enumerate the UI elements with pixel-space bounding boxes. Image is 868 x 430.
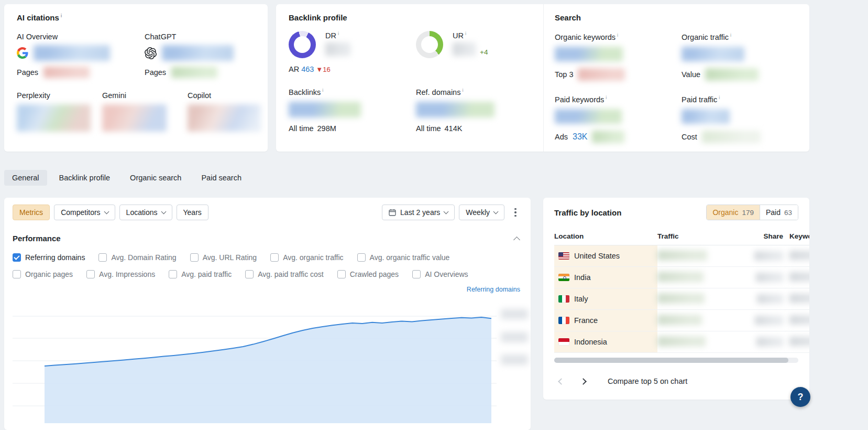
search-section: Search Organic keywordsi Top 3 Organic t… xyxy=(543,4,809,152)
metric-checkbox-row-2: Organic pages Avg. Impressions Avg. paid… xyxy=(13,270,522,278)
table-row[interactable]: Indonesia xyxy=(554,331,809,353)
checkbox-label: Avg. paid traffic xyxy=(181,270,232,278)
checkbox-label: Avg. paid traffic cost xyxy=(258,270,324,278)
paid-keywords-label: Paid keywords xyxy=(555,95,604,104)
compare-top5-link[interactable]: Compare top 5 on chart xyxy=(608,377,687,385)
table-row[interactable]: United States xyxy=(554,245,809,267)
ahrefs-rank-line: AR463▼16 xyxy=(289,65,416,73)
checkbox-organic-pages[interactable]: Organic pages xyxy=(13,270,73,278)
info-icon[interactable]: i xyxy=(462,88,463,93)
horizontal-scrollbar-thumb[interactable] xyxy=(554,358,788,363)
organic-traffic-block: Organic traffici Value xyxy=(682,33,798,81)
ads-value-link[interactable]: 33K xyxy=(573,132,587,142)
column-header-keywords[interactable]: Keywords xyxy=(783,232,809,240)
calendar-icon xyxy=(389,209,396,216)
blurred-value xyxy=(789,337,809,346)
tab-organic-search[interactable]: Organic search xyxy=(122,170,189,186)
info-icon[interactable]: i xyxy=(465,31,466,36)
ref-domains-metric-block: Ref. domainsi All time414K xyxy=(416,88,531,133)
paid-traffic-block: Paid traffici Cost xyxy=(682,95,798,143)
checkbox-avg-paid-traffic[interactable]: Avg. paid traffic xyxy=(169,270,232,278)
info-icon[interactable]: i xyxy=(617,33,618,38)
column-header-share[interactable]: Share xyxy=(723,232,783,240)
previous-page-button[interactable] xyxy=(554,374,568,388)
checkbox-box[interactable] xyxy=(13,253,21,262)
metric-checkbox-row-1: Referring domains Avg. Domain Rating Avg… xyxy=(13,253,522,262)
horizontal-scrollbar[interactable] xyxy=(554,358,798,363)
info-icon[interactable]: i xyxy=(719,95,720,100)
table-row[interactable]: Italy xyxy=(554,288,809,310)
checkbox-avg-organic-traffic[interactable]: Avg. organic traffic xyxy=(270,253,343,262)
checkbox-box[interactable] xyxy=(98,253,107,262)
locations-button[interactable]: Locations xyxy=(119,205,172,220)
backlinks-label: Backlinks xyxy=(289,88,321,96)
table-row[interactable]: France xyxy=(554,310,809,331)
blurred-value xyxy=(657,250,707,261)
checkbox-box[interactable] xyxy=(245,270,254,278)
years-button[interactable]: Years xyxy=(177,205,208,220)
info-icon[interactable]: i xyxy=(322,88,323,93)
granularity-button[interactable]: Weekly xyxy=(459,205,504,220)
checkbox-box[interactable] xyxy=(169,270,177,278)
info-icon[interactable]: i xyxy=(61,13,62,18)
checkbox-referring-domains[interactable]: Referring domains xyxy=(13,253,85,262)
series-legend: Referring domains xyxy=(13,286,522,293)
perplexity-block: Perplexity xyxy=(17,91,102,132)
info-icon[interactable]: i xyxy=(338,31,339,36)
paid-toggle-button[interactable]: Paid 63 xyxy=(760,205,798,220)
organic-keywords-label: Organic keywords xyxy=(555,33,616,41)
checkbox-box[interactable] xyxy=(357,253,366,262)
tab-general[interactable]: General xyxy=(4,170,47,186)
checkbox-box[interactable] xyxy=(412,270,421,278)
blurred-value xyxy=(705,68,759,81)
checkbox-avg-organic-traffic-value[interactable]: Avg. organic traffic value xyxy=(357,253,450,262)
performance-chart xyxy=(4,302,531,423)
dr-donut-chart xyxy=(289,31,316,58)
checkbox-box[interactable] xyxy=(270,253,279,262)
cost-label: Cost xyxy=(682,133,697,141)
checkbox-avg-impressions[interactable]: Avg. Impressions xyxy=(86,270,155,278)
checkbox-box[interactable] xyxy=(337,270,346,278)
italy-flag-icon xyxy=(558,295,569,303)
ar-value-link[interactable]: 463 xyxy=(301,65,314,73)
info-icon[interactable]: i xyxy=(606,95,607,100)
traffic-by-location-title: Traffic by location xyxy=(554,208,621,217)
checkbox-ai-overviews[interactable]: AI Overviews xyxy=(412,270,468,278)
table-row[interactable]: India xyxy=(554,267,809,288)
help-button[interactable]: ? xyxy=(790,387,810,407)
date-range-button[interactable]: Last 2 years xyxy=(382,205,455,220)
paid-toggle-label: Paid xyxy=(766,208,781,217)
checkbox-box[interactable] xyxy=(13,270,21,278)
checkbox-label: Avg. Domain Rating xyxy=(111,253,176,262)
blurred-value xyxy=(188,104,261,132)
backlinks-all-time: All time298M xyxy=(289,124,416,133)
column-header-location[interactable]: Location xyxy=(554,232,657,240)
metrics-button[interactable]: Metrics xyxy=(13,205,50,220)
competitors-button[interactable]: Competitors xyxy=(54,205,115,220)
checkbox-avg-domain-rating[interactable]: Avg. Domain Rating xyxy=(98,253,176,262)
indonesia-flag-icon xyxy=(558,338,569,346)
tab-paid-search[interactable]: Paid search xyxy=(193,170,249,186)
more-options-button[interactable] xyxy=(509,205,522,220)
ai-overview-label: AI Overview xyxy=(17,33,145,41)
referring-domains-series-link[interactable]: Referring domains xyxy=(467,286,520,293)
tab-backlink-profile[interactable]: Backlink profile xyxy=(51,170,118,186)
next-page-button[interactable] xyxy=(576,374,590,388)
ar-label: AR xyxy=(289,65,299,73)
collapse-section-button[interactable] xyxy=(513,236,520,243)
chevron-right-icon xyxy=(580,378,587,385)
checkbox-label: Crawled pages xyxy=(350,270,399,278)
checkbox-box[interactable] xyxy=(86,270,95,278)
checkbox-avg-paid-traffic-cost[interactable]: Avg. paid traffic cost xyxy=(245,270,324,278)
checkbox-crawled-pages[interactable]: Crawled pages xyxy=(337,270,399,278)
ur-delta-up: +4 xyxy=(480,48,488,56)
traffic-by-location-panel: Traffic by location Organic 179 Paid 63 … xyxy=(543,198,809,400)
info-icon[interactable]: i xyxy=(730,33,731,38)
value-label: Value xyxy=(682,70,700,79)
paid-traffic-label: Paid traffic xyxy=(682,95,717,104)
checkbox-box[interactable] xyxy=(190,253,199,262)
checkbox-label: AI Overviews xyxy=(425,270,468,278)
checkbox-avg-url-rating[interactable]: Avg. URL Rating xyxy=(190,253,257,262)
organic-toggle-button[interactable]: Organic 179 xyxy=(707,205,760,220)
column-header-traffic[interactable]: Traffic xyxy=(657,232,723,240)
